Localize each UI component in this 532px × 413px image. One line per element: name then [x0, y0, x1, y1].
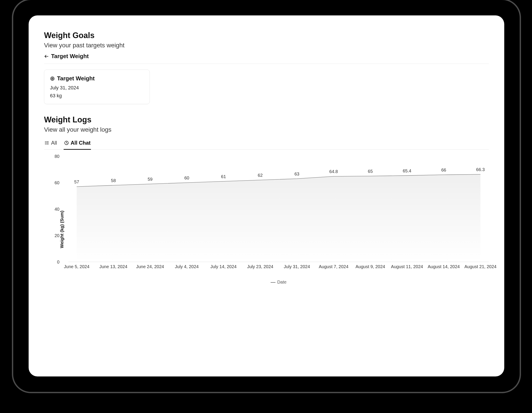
- chart-yticks: 020406080: [51, 156, 59, 262]
- chart-xtick: August 9, 2024: [355, 264, 385, 269]
- target-weight-card[interactable]: Target Weight July 31, 2024 63 kg: [44, 70, 150, 104]
- tab-all[interactable]: All: [44, 137, 57, 150]
- chart-point-label: 64.8: [329, 169, 338, 174]
- chart-svg: [68, 156, 489, 262]
- chart-ytick: 60: [51, 180, 59, 185]
- page-title-logs: Weight Logs: [44, 115, 489, 124]
- device-frame: Weight Goals View your past targets weig…: [0, 0, 532, 413]
- chart-xtick: June 24, 2024: [136, 264, 164, 269]
- tablet-bezel: Weight Goals View your past targets weig…: [13, 0, 520, 392]
- chart-ytick: 0: [51, 260, 59, 265]
- chart-xtick: June 13, 2024: [100, 264, 127, 269]
- svg-point-3: [52, 78, 53, 79]
- tab-all-chat-label: All Chat: [71, 140, 91, 146]
- chart-point-label: 61: [221, 174, 226, 179]
- card-title: Target Weight: [57, 75, 95, 82]
- app-screen: Weight Goals View your past targets weig…: [29, 15, 504, 376]
- chart-point-label: 60: [184, 176, 189, 180]
- chart-xtick: June 5, 2024: [64, 264, 89, 269]
- chart-ytick: 20: [51, 233, 59, 238]
- legend-dash-icon: [271, 282, 276, 283]
- arrow-left-icon: [44, 54, 49, 59]
- chart-ytick: 40: [51, 207, 59, 212]
- chart-point-label: 65.4: [403, 169, 411, 173]
- chart-xtick: August 14, 2024: [428, 264, 460, 269]
- page-subtitle-logs: View all your weight logs: [44, 126, 489, 133]
- svg-point-7: [45, 141, 46, 142]
- legend-label: Date: [277, 280, 286, 284]
- chart-legend: Date: [68, 280, 489, 285]
- chart-point-label: 58: [111, 178, 116, 183]
- card-date: July 31, 2024: [50, 85, 144, 91]
- chart-ylabel: Weight (kg) (Sum): [59, 210, 65, 248]
- tab-all-label: All: [51, 140, 57, 146]
- page-title-goals: Weight Goals: [44, 31, 489, 40]
- card-head: Target Weight: [50, 75, 144, 82]
- chart-point-label: 65: [368, 169, 373, 174]
- back-label: Target Weight: [51, 53, 89, 60]
- chart-point-label: 66: [441, 168, 446, 173]
- chart-xtick: August 11, 2024: [391, 264, 423, 269]
- weight-chart: Weight (kg) (Sum) 020406080 575859606: [44, 156, 489, 302]
- clock-icon: [64, 141, 69, 145]
- chart-xtick: July 31, 2024: [284, 264, 310, 269]
- chart-xtick: August 7, 2024: [319, 264, 349, 269]
- chart-plot-area: 5758596061626364.86565.46666.3: [68, 156, 489, 262]
- chart-ytick: 80: [51, 154, 59, 159]
- chart-xtick: July 14, 2024: [210, 264, 237, 269]
- chart-point-label: 66.3: [476, 167, 485, 172]
- svg-point-9: [45, 144, 46, 144]
- chart-point-label: 57: [74, 179, 79, 185]
- chart-xtick: August 21, 2024: [464, 264, 496, 269]
- chart-point-label: 63: [294, 171, 299, 177]
- chart-xtick: July 23, 2024: [247, 264, 273, 269]
- list-icon: [45, 141, 49, 145]
- chart-point-label: 59: [148, 177, 152, 182]
- card-value: 63 kg: [50, 93, 144, 99]
- target-icon: [50, 76, 55, 81]
- chart-xtick: July 4, 2024: [175, 264, 199, 269]
- chart-xticks: June 5, 2024June 13, 2024June 24, 2024Ju…: [68, 264, 489, 271]
- page-subtitle-goals: View your past targets weight: [44, 42, 489, 49]
- logs-tabs: All All Chat: [44, 137, 489, 150]
- tab-all-chat[interactable]: All Chat: [64, 137, 91, 150]
- svg-point-8: [45, 143, 46, 143]
- chart-point-label: 62: [258, 173, 263, 178]
- back-target-weight[interactable]: Target Weight: [44, 53, 489, 64]
